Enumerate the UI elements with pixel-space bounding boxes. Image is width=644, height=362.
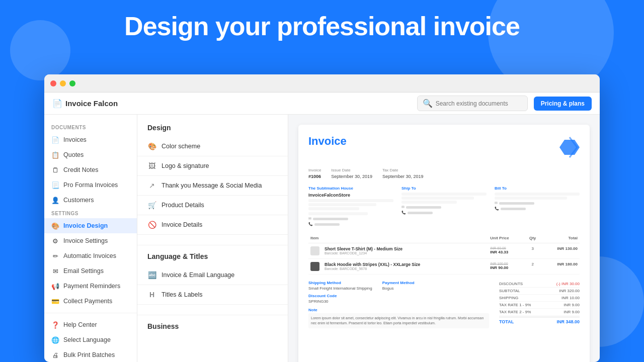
sidebar-item-invoices[interactable]: 📄 Invoices [44,132,137,147]
panel-label-product-details: Product Details [162,202,204,209]
sidebar-label-invoices: Invoices [63,136,87,143]
sidebar-label-select-language: Select Language [63,336,111,343]
panel-item-invoice-email-language[interactable]: 🔤 Invoice & Email Language [137,265,288,285]
panel-item-logo-signature[interactable]: 🖼 Logo & signature [137,156,288,176]
sidebar-label-quotes: Quotes [63,151,84,158]
from-label: The Sublimation House [308,186,393,191]
sidebar-item-quotes[interactable]: 📋 Quotes [44,147,137,162]
table-header-row: Item Unit Price Qty Total [308,233,580,243]
from-addr-line2 [308,203,376,206]
select-language-icon: 🌐 [51,336,59,344]
titles-labels-icon: H [147,291,156,299]
item-1-price: INR 43.33 [490,250,522,254]
discount-code-value: SPRING30 [308,299,489,304]
tax2-label: TAX RATE 2 - 9% [499,310,531,314]
business-section-title: Business [137,322,288,335]
sidebar-label-payment-reminders: Payment Reminders [63,283,120,290]
payment-method-value: Bogus [382,286,415,291]
total-label: TOTAL [499,319,514,324]
ship-email: ✉ [401,205,487,209]
bill-phone-icon: 📞 [495,207,499,211]
sidebar-label-customers: Customers [63,197,94,204]
total-row-final: TOTAL INR 348.00 [499,317,580,325]
sidebar-item-collect-payments[interactable]: 💳 Collect Payments [44,294,137,309]
ship-addr-line3 [401,201,457,204]
invoices-icon: 📄 [51,136,59,144]
sidebar-item-payment-reminders[interactable]: 📢 Payment Reminders [44,279,137,294]
sidebar-label-help-center: Help Center [63,321,97,328]
sidebar-item-invoice-design[interactable]: 🎨 Invoice Design [44,218,137,233]
email-settings-icon: ✉ [51,267,59,275]
invoice-items-table: Item Unit Price Qty Total [308,233,580,275]
invoice-email-language-icon: 🔤 [147,271,156,279]
business-section: Business [137,315,288,335]
invoice-header: Invoice [308,135,580,161]
ship-to-label: Ship To [401,186,487,191]
sidebar-item-pro-forma[interactable]: 📃 Pro Forma Invoices [44,177,137,193]
sidebar-label-collect-payments: Collect Payments [63,298,112,305]
tax-date-value: September 30, 2019 [382,174,424,179]
sidebar-item-help-center[interactable]: ❓ Help Center [44,317,137,332]
invoice-meta: Invoice #1006 Issue Date September 30, 2… [308,168,580,179]
sidebar-item-customers[interactable]: 👤 Customers [44,193,137,208]
sidebar-item-automatic-invoices[interactable]: ✏ Automatic Invoices [44,248,137,263]
item-2-thumbnail [310,262,319,271]
issue-date-group: Issue Date September 30, 2019 [331,168,372,179]
invoice-logo [554,135,580,161]
col-total: Total [541,233,580,243]
item-1-price-strike: INR 60.00 [490,246,522,250]
item-1-total: INR 130.00 [541,243,580,259]
item-1-name: Short Sleeve T-Shirt (M) - Medium Size [325,246,403,251]
close-dot[interactable] [50,80,56,86]
pricing-plans-button[interactable]: Pricing & plans [534,97,592,111]
shipping-method-value: Small Freight International Shipping [308,286,372,291]
item-1-qty: 3 [524,243,541,259]
sidebar-item-invoice-settings[interactable]: ⚙ Invoice Settings [44,233,137,248]
item-2-price-strike: INR 100.00 [490,262,522,265]
sidebar-item-select-language[interactable]: 🌐 Select Language [44,332,137,347]
ship-phone-icon: 📞 [401,211,406,215]
total-row-discounts: DISCOUNTS (-) INR 30.00 [499,281,580,288]
pro-forma-icon: 📃 [51,181,59,189]
item-2-qty: 2 [524,259,541,275]
subtotal-value: INR 320.00 [559,289,580,293]
invoice-shipping-discount: Shipping Method Small Freight Internatio… [308,281,489,328]
tax1-label: TAX RATE 1 - 9% [499,303,531,307]
panel-item-product-details[interactable]: 🛒 Product Details [137,196,288,215]
panel-item-thank-you-message[interactable]: ↗ Thank you Message & Social Media [137,176,288,196]
from-phone: 📞 [308,222,393,226]
sidebar-label-automatic-invoices: Automatic Invoices [63,252,116,259]
item-1-name-cell: Short Sleeve T-Shirt (M) - Medium Size B… [308,243,488,259]
panel-label-invoice-email-language: Invoice & Email Language [162,272,234,279]
invoice-addresses: The Sublimation House InvoiceFalconStore… [308,186,580,226]
search-box: 🔍 [417,96,528,111]
maximize-dot[interactable] [69,80,75,86]
email-icon: ✉ [308,217,311,221]
discounts-value: (-) INR 30.00 [556,282,580,286]
minimize-dot[interactable] [60,80,66,86]
search-input[interactable] [436,100,522,107]
design-section-title: Design [137,124,288,137]
credit-notes-icon: 🗒 [51,166,59,174]
payment-method-label: Payment Method [382,281,415,285]
thank-you-icon: ↗ [147,182,156,190]
panel-item-titles-labels[interactable]: H Titles & Labels [137,285,288,305]
bill-addr-line1 [495,193,580,196]
phone-icon: 📞 [308,222,313,226]
tax-date-label: Tax Date [382,168,424,172]
from-email: ✉ [308,217,393,221]
panel-label-thank-you: Thank you Message & Social Media [162,182,262,189]
company-logo-svg [554,135,580,160]
sidebar-item-email-settings[interactable]: ✉ Email Settings [44,263,137,279]
tax2-value: INR 9.00 [564,310,580,314]
panel-item-color-scheme[interactable]: 🎨 Color scheme [137,137,288,156]
total-row-subtotal: SUBTOTAL INR 320.00 [499,288,580,295]
discount-code-label: Discount Code [308,294,489,298]
shipping-value: INR 10.00 [561,296,580,300]
sidebar-item-bulk-print[interactable]: 🖨 Bulk Print Batches [44,347,137,362]
main-layout: DOCUMENTS 📄 Invoices 📋 Quotes 🗒 Credit N… [44,115,600,362]
invoice-bottom: Shipping Method Small Freight Internatio… [308,281,580,328]
search-icon: 🔍 [423,99,433,108]
panel-item-invoice-details[interactable]: 🚫 Invoice Details [137,215,288,235]
sidebar-item-credit-notes[interactable]: 🗒 Credit Notes [44,162,137,177]
